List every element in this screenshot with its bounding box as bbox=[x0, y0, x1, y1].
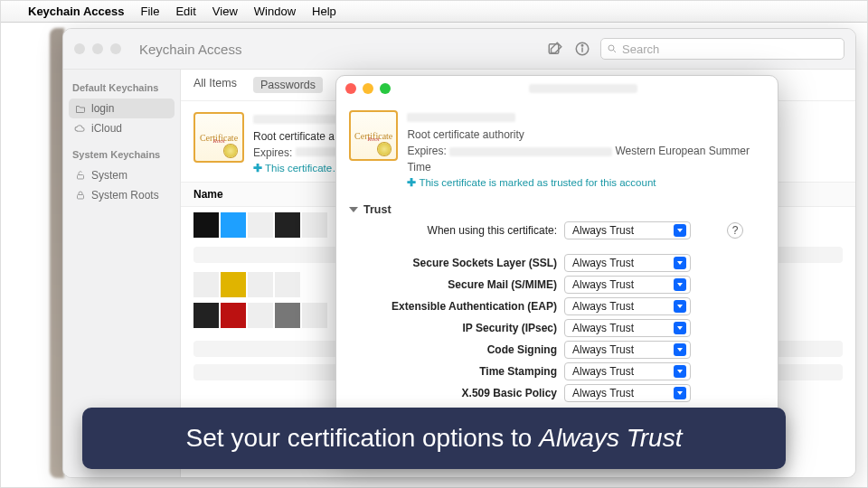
tab-passwords[interactable]: Passwords bbox=[253, 77, 323, 93]
sidebar-item-label: System bbox=[91, 169, 127, 182]
svg-point-4 bbox=[609, 45, 614, 51]
trust-row-value: Always Trust bbox=[572, 300, 634, 313]
select-caret-icon bbox=[674, 343, 686, 356]
trust-row-select[interactable]: Always Trust bbox=[564, 341, 691, 359]
trust-row-value: Always Trust bbox=[572, 387, 634, 399]
trust-when-row: When using this certificate: Always Trus… bbox=[376, 221, 765, 239]
traffic-close-disabled[interactable] bbox=[74, 43, 85, 54]
select-caret-icon bbox=[674, 224, 686, 237]
folder-icon bbox=[74, 103, 86, 115]
sheet-zoom-button[interactable] bbox=[380, 83, 391, 94]
info-icon[interactable] bbox=[573, 40, 591, 58]
trust-row-label: Time Stamping bbox=[376, 365, 557, 378]
trust-row: Secure Mail (S/MIME) Always Trust bbox=[376, 276, 765, 294]
sheet-minimize-button[interactable] bbox=[363, 83, 373, 94]
svg-line-5 bbox=[614, 51, 617, 53]
trust-row-label: Code Signing bbox=[376, 343, 557, 356]
sidebar-item-system-roots[interactable]: System Roots bbox=[69, 185, 175, 205]
tab-all-items[interactable]: All Items bbox=[193, 77, 237, 93]
window-toolbar: Keychain Access Search bbox=[63, 29, 855, 70]
tutorial-caption: Set your certification options to Always… bbox=[82, 408, 786, 469]
trust-row-label: X.509 Basic Policy bbox=[376, 387, 557, 399]
trust-disclosure[interactable]: Trust bbox=[349, 203, 765, 216]
traffic-min-disabled[interactable] bbox=[92, 43, 103, 54]
compose-icon[interactable] bbox=[546, 40, 564, 58]
select-caret-icon bbox=[674, 300, 686, 313]
select-caret-icon bbox=[674, 365, 686, 378]
select-caret-icon bbox=[674, 278, 686, 291]
trust-row: Secure Sockets Layer (SSL) Always Trust bbox=[376, 254, 765, 272]
select-caret-icon bbox=[674, 387, 686, 399]
sheet-cert-authority: Root certificate authority bbox=[407, 127, 765, 143]
sheet-expires-label: Expires: bbox=[407, 145, 446, 157]
trust-row: Time Stamping Always Trust bbox=[376, 362, 765, 380]
trust-section-label: Trust bbox=[363, 203, 392, 216]
window-traffic-lights[interactable] bbox=[74, 43, 121, 54]
trust-row-value: Always Trust bbox=[572, 257, 634, 269]
menubar-file[interactable]: File bbox=[140, 5, 159, 18]
caption-emphasis: Always Trust bbox=[539, 424, 682, 452]
lock-gear-icon bbox=[74, 190, 86, 202]
search-icon bbox=[607, 43, 618, 54]
trust-plus-icon: ✚ bbox=[253, 163, 262, 174]
trust-row-select[interactable]: Always Trust bbox=[564, 254, 691, 272]
trust-when-value: Always Trust bbox=[572, 224, 634, 237]
menubar-window[interactable]: Window bbox=[254, 5, 296, 18]
certificate-detail-sheet: CertificateRoot Root certificate authori… bbox=[335, 75, 778, 455]
macos-menubar: Keychain Access File Edit View Window He… bbox=[1, 1, 867, 23]
traffic-zoom-disabled[interactable] bbox=[110, 43, 121, 54]
trust-row: Code Signing Always Trust bbox=[376, 341, 765, 359]
trust-row-select[interactable]: Always Trust bbox=[564, 297, 691, 315]
sidebar-item-label: System Roots bbox=[91, 189, 159, 202]
sidebar-item-icloud[interactable]: iCloud bbox=[69, 118, 175, 138]
trust-row-label: IP Security (IPsec) bbox=[376, 322, 557, 334]
menubar-view[interactable]: View bbox=[212, 5, 238, 18]
lock-open-icon bbox=[74, 170, 86, 182]
trust-row-label: Secure Mail (S/MIME) bbox=[376, 278, 557, 291]
sidebar-heading-system: System Keychains bbox=[72, 149, 171, 160]
menubar-edit[interactable]: Edit bbox=[175, 5, 195, 18]
trust-row-value: Always Trust bbox=[572, 278, 634, 291]
trust-row-select[interactable]: Always Trust bbox=[564, 319, 691, 337]
sidebar-item-system[interactable]: System bbox=[69, 165, 175, 185]
sheet-expires-blurred bbox=[449, 147, 612, 156]
trust-row: Extensible Authentication (EAP) Always T… bbox=[376, 297, 765, 315]
certificate-icon: CertificateRoot bbox=[349, 110, 398, 161]
cloud-icon bbox=[74, 123, 86, 135]
search-placeholder: Search bbox=[622, 42, 659, 56]
sheet-cert-header: CertificateRoot Root certificate authori… bbox=[349, 105, 765, 196]
trust-when-select[interactable]: Always Trust bbox=[564, 221, 691, 239]
trust-row-value: Always Trust bbox=[572, 322, 634, 334]
svg-rect-6 bbox=[77, 175, 83, 180]
svg-point-3 bbox=[581, 45, 583, 47]
menubar-appname[interactable]: Keychain Access bbox=[28, 5, 124, 18]
trust-row: X.509 Basic Policy Always Trust bbox=[376, 384, 765, 402]
trust-row-select[interactable]: Always Trust bbox=[564, 276, 691, 294]
certificate-icon: CertificateRoot bbox=[193, 112, 244, 163]
menubar-help[interactable]: Help bbox=[312, 5, 336, 18]
cert-expires-label: Expires: bbox=[253, 146, 292, 159]
caption-prefix: Set your certification options to bbox=[186, 424, 540, 452]
sidebar-heading-default: Default Keychains bbox=[72, 82, 171, 93]
search-field[interactable]: Search bbox=[600, 38, 844, 60]
trust-row-label: Secure Sockets Layer (SSL) bbox=[376, 257, 557, 269]
sheet-close-button[interactable] bbox=[345, 83, 356, 94]
trust-row-value: Always Trust bbox=[572, 365, 634, 378]
sidebar-item-label: iCloud bbox=[91, 122, 122, 135]
select-caret-icon bbox=[674, 322, 686, 334]
sheet-title-blurred bbox=[529, 84, 637, 93]
sheet-cert-name-blurred bbox=[407, 113, 515, 122]
help-button[interactable]: ? bbox=[727, 222, 743, 239]
trust-row-label: Extensible Authentication (EAP) bbox=[376, 300, 557, 313]
trust-row-select[interactable]: Always Trust bbox=[564, 384, 691, 402]
sheet-trust-note: This certificate is marked as trusted fo… bbox=[419, 177, 656, 188]
select-caret-icon bbox=[674, 257, 686, 269]
trust-when-label: When using this certificate: bbox=[376, 224, 557, 237]
chevron-down-icon bbox=[349, 207, 358, 212]
trust-row-select[interactable]: Always Trust bbox=[564, 362, 691, 380]
sheet-titlebar bbox=[336, 76, 778, 101]
sidebar-item-login[interactable]: login bbox=[69, 99, 175, 118]
sidebar-item-label: login bbox=[91, 102, 114, 115]
trust-row-value: Always Trust bbox=[572, 343, 634, 356]
trust-row: IP Security (IPsec) Always Trust bbox=[376, 319, 765, 337]
